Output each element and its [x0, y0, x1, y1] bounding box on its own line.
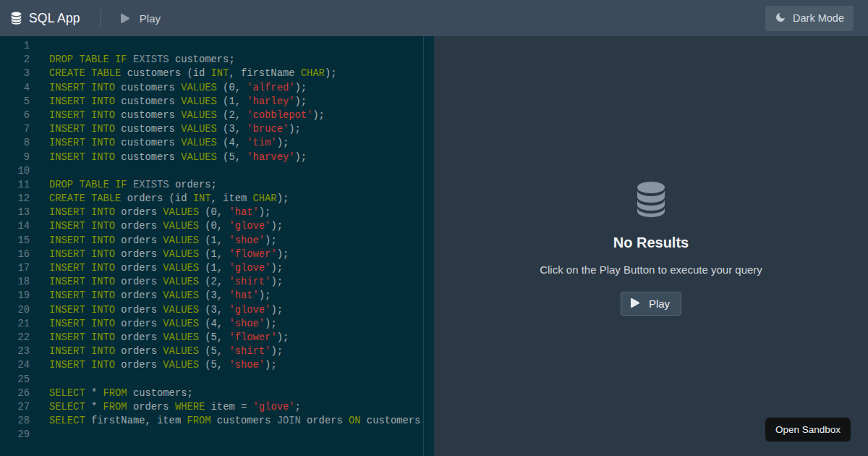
results-panel: No Results Click on the Play Button to e…	[434, 36, 868, 456]
app-title: SQL App	[29, 11, 80, 26]
code-text: DROP TABLE IF EXISTS customers;	[33, 53, 235, 67]
app-brand: SQL App	[10, 11, 80, 26]
code-text	[33, 164, 49, 178]
line-number: 6	[0, 109, 33, 122]
line-number: 29	[0, 428, 33, 442]
moon-icon	[775, 12, 786, 25]
line-number: 23	[0, 345, 33, 358]
database-icon	[10, 12, 22, 25]
line-number: 19	[0, 289, 33, 303]
line-number: 25	[0, 373, 33, 387]
play-button[interactable]: Play	[621, 292, 681, 316]
main-split: 12DROP TABLE IF EXISTS customers;3CREATE…	[0, 36, 868, 456]
code-text: INSERT INTO orders VALUES (0, 'glove');	[33, 219, 283, 233]
code-text: INSERT INTO orders VALUES (3, 'hat');	[33, 289, 271, 303]
line-number: 11	[0, 178, 33, 192]
code-line: 21INSERT INTO orders VALUES (4, 'shoe');	[0, 317, 434, 331]
code-line: 22INSERT INTO orders VALUES (5, 'flower'…	[0, 331, 434, 345]
line-number: 24	[0, 358, 33, 372]
line-number: 1	[0, 39, 33, 53]
line-number: 27	[0, 400, 33, 414]
code-text: INSERT INTO orders VALUES (0, 'hat');	[33, 206, 271, 219]
no-results-title: No Results	[613, 235, 689, 251]
topbar-play-menu[interactable]: Play	[121, 12, 161, 25]
code-text: CREATE TABLE orders (id INT, item CHAR);	[33, 192, 289, 206]
code-line: 19INSERT INTO orders VALUES (3, 'hat');	[0, 289, 434, 303]
code-line: 11DROP TABLE IF EXISTS orders;	[0, 178, 434, 192]
database-icon	[634, 181, 668, 217]
line-number: 14	[0, 219, 33, 233]
code-text: INSERT INTO orders VALUES (5, 'shoe');	[33, 358, 277, 372]
code-text: INSERT INTO customers VALUES (2, 'cobble…	[33, 109, 325, 122]
code-line: 18INSERT INTO orders VALUES (2, 'shirt')…	[0, 275, 434, 289]
code-line: 16INSERT INTO orders VALUES (1, 'flower'…	[0, 248, 434, 261]
code-line: 27SELECT * FROM orders WHERE item = 'glo…	[0, 400, 434, 414]
code-line: 1	[0, 39, 434, 53]
code-line: 8INSERT INTO customers VALUES (4, 'tim')…	[0, 136, 434, 150]
code-line: 26SELECT * FROM customers;	[0, 387, 434, 400]
code-line: 2DROP TABLE IF EXISTS customers;	[0, 53, 434, 67]
code-line: 15INSERT INTO orders VALUES (1, 'shoe');	[0, 234, 434, 248]
code-text: SELECT * FROM orders WHERE item = 'glove…	[33, 400, 301, 414]
code-line: 20INSERT INTO orders VALUES (3, 'glove')…	[0, 303, 434, 317]
code-line: 9INSERT INTO customers VALUES (5, 'harve…	[0, 151, 434, 164]
code-text: INSERT INTO customers VALUES (5, 'harvey…	[33, 151, 307, 164]
line-number: 16	[0, 248, 33, 261]
code-text: INSERT INTO customers VALUES (0, 'alfred…	[33, 81, 307, 95]
dark-mode-label: Dark Mode	[793, 12, 844, 24]
code-line: 13INSERT INTO orders VALUES (0, 'hat');	[0, 206, 434, 219]
code-text: SELECT firstName, item FROM customers JO…	[33, 414, 433, 428]
play-icon	[121, 14, 129, 23]
code-line: 3CREATE TABLE customers (id INT, firstNa…	[0, 67, 434, 80]
line-number: 22	[0, 331, 33, 345]
code-text	[33, 428, 49, 442]
code-line: 10	[0, 164, 434, 178]
code-text: INSERT INTO customers VALUES (3, 'bruce'…	[33, 122, 301, 136]
code-text: DROP TABLE IF EXISTS orders;	[33, 178, 217, 192]
play-icon	[631, 298, 639, 310]
code-text	[33, 373, 49, 387]
line-number: 15	[0, 234, 33, 248]
line-number: 12	[0, 192, 33, 206]
line-number: 9	[0, 151, 33, 164]
line-number: 10	[0, 164, 33, 178]
code-text: INSERT INTO orders VALUES (5, 'shirt');	[33, 345, 283, 358]
code-line: 28SELECT firstName, item FROM customers …	[0, 414, 434, 428]
line-number: 20	[0, 303, 33, 317]
code-text: INSERT INTO orders VALUES (2, 'shirt');	[33, 275, 283, 289]
code-text	[33, 39, 49, 53]
line-number: 21	[0, 317, 33, 331]
code-line: 17INSERT INTO orders VALUES (1, 'glove')…	[0, 261, 434, 275]
code-line: 14INSERT INTO orders VALUES (0, 'glove')…	[0, 219, 434, 233]
code-line: 4INSERT INTO customers VALUES (0, 'alfre…	[0, 81, 434, 95]
code-text: INSERT INTO orders VALUES (5, 'flower');	[33, 331, 289, 345]
play-button-label: Play	[649, 297, 670, 310]
code-lines: 12DROP TABLE IF EXISTS customers;3CREATE…	[0, 36, 434, 442]
code-text: INSERT INTO customers VALUES (4, 'tim');	[33, 136, 289, 150]
code-line: 23INSERT INTO orders VALUES (5, 'shirt')…	[0, 345, 434, 358]
line-number: 4	[0, 81, 33, 95]
line-number: 13	[0, 206, 33, 219]
line-number: 8	[0, 136, 33, 150]
line-number: 7	[0, 122, 33, 136]
line-number: 17	[0, 261, 33, 275]
no-results-subtitle: Click on the Play Button to execute your…	[540, 263, 762, 276]
editor-scrollbar[interactable]	[423, 36, 434, 456]
line-number: 28	[0, 414, 33, 428]
line-number: 5	[0, 95, 33, 109]
no-results-placeholder: No Results Click on the Play Button to e…	[540, 181, 762, 316]
code-line: 12CREATE TABLE orders (id INT, item CHAR…	[0, 192, 434, 206]
code-text: CREATE TABLE customers (id INT, firstNam…	[33, 67, 336, 80]
code-line: 7INSERT INTO customers VALUES (3, 'bruce…	[0, 122, 434, 136]
code-line: 6INSERT INTO customers VALUES (2, 'cobbl…	[0, 109, 434, 122]
code-text: INSERT INTO orders VALUES (1, 'flower');	[33, 248, 289, 261]
line-number: 2	[0, 53, 33, 67]
code-editor[interactable]: 12DROP TABLE IF EXISTS customers;3CREATE…	[0, 36, 434, 456]
code-text: SELECT * FROM customers;	[33, 387, 193, 400]
open-sandbox-button[interactable]: Open Sandbox	[765, 418, 851, 442]
topbar: SQL App Play Dark Mode	[0, 0, 868, 36]
code-line: 25	[0, 373, 434, 387]
dark-mode-button[interactable]: Dark Mode	[765, 6, 854, 31]
topbar-divider	[101, 9, 101, 27]
code-line: 29	[0, 428, 434, 442]
